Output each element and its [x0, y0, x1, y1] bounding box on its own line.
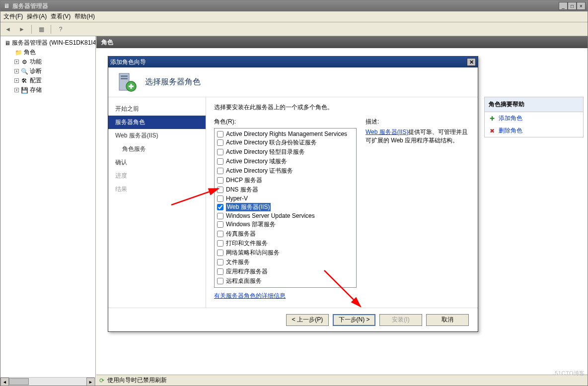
- remove-role-link[interactable]: ✖ 删除角色: [485, 125, 583, 137]
- role-item[interactable]: 传真服务器: [216, 229, 355, 239]
- properties-button[interactable]: ▦: [36, 24, 47, 35]
- help-button[interactable]: ?: [55, 24, 66, 35]
- tree-pane[interactable]: 🖥 服务器管理器 (WIN-ES1DK81I4Q 📁 角色 + ⚙ 功能 + 🔍…: [0, 36, 96, 386]
- role-checkbox[interactable]: [217, 149, 223, 155]
- role-checkbox[interactable]: [217, 213, 223, 219]
- role-label: Active Directory 域服务: [226, 157, 287, 166]
- role-item[interactable]: Active Directory 证书服务: [216, 166, 355, 176]
- roles-listbox[interactable]: Active Directory Rights Management Servi…: [214, 128, 357, 288]
- expand-icon[interactable]: +: [14, 60, 19, 64]
- role-item[interactable]: Active Directory 域服务: [216, 157, 355, 166]
- desc-link[interactable]: Web 服务器(IIS): [366, 129, 408, 135]
- tree-diagnostics-label: 诊断: [30, 67, 42, 75]
- role-checkbox[interactable]: [217, 187, 223, 193]
- close-button[interactable]: ×: [577, 2, 586, 10]
- role-item[interactable]: Active Directory 联合身份验证服务: [216, 138, 355, 147]
- role-checkbox[interactable]: [217, 278, 223, 284]
- role-checkbox[interactable]: [217, 139, 223, 146]
- role-item[interactable]: 远程桌面服务: [216, 276, 355, 286]
- status-text: 使用向导时已禁用刷新: [107, 376, 167, 385]
- expand-icon[interactable]: +: [14, 88, 19, 92]
- menu-help[interactable]: 帮助(H): [74, 12, 95, 21]
- expand-icon[interactable]: +: [14, 78, 19, 83]
- role-item[interactable]: DNS 服务器: [216, 185, 355, 194]
- storage-icon: 💾: [20, 86, 28, 94]
- nav-server-roles[interactable]: 服务器角色: [108, 116, 206, 129]
- wizard-close-button[interactable]: ✕: [467, 58, 476, 66]
- tree-features[interactable]: + ⚙ 功能: [0, 57, 95, 66]
- nav-result: 结果: [108, 183, 206, 196]
- role-checkbox[interactable]: [217, 250, 223, 256]
- tree-storage[interactable]: + 💾 存储: [0, 85, 95, 95]
- wizard-nav: 开始之前 服务器角色 Web 服务器(IIS) 角色服务 确认 进度 结果: [108, 97, 206, 308]
- wizard-title: 添加角色向导: [110, 58, 146, 66]
- menubar: 文件(F) 操作(A) 查看(V) 帮助(H): [0, 11, 588, 22]
- add-icon: ✚: [489, 115, 496, 122]
- back-button[interactable]: ◄: [2, 24, 13, 35]
- nav-before[interactable]: 开始之前: [108, 102, 206, 116]
- roles-label: 角色(R):: [214, 118, 357, 126]
- prev-button[interactable]: < 上一步(P): [286, 314, 329, 326]
- role-checkbox[interactable]: [217, 177, 223, 184]
- role-item[interactable]: Hyper-V: [216, 194, 355, 202]
- titlebar[interactable]: 🖥 服务器管理器 _ □ ×: [0, 0, 588, 11]
- panel-title: 角色摘要帮助: [485, 97, 583, 112]
- wizard-titlebar[interactable]: 添加角色向导 ✕: [108, 57, 478, 67]
- app-icon: 🖥: [2, 2, 10, 10]
- tree-config-label: 配置: [30, 76, 42, 85]
- add-role-link[interactable]: ✚ 添加角色: [485, 112, 583, 125]
- tree-root[interactable]: 🖥 服务器管理器 (WIN-ES1DK81I4Q: [0, 38, 95, 48]
- menu-view[interactable]: 查看(V): [51, 12, 71, 21]
- nav-role-services[interactable]: 角色服务: [108, 142, 206, 156]
- nav-confirm[interactable]: 确认: [108, 156, 206, 169]
- next-button[interactable]: 下一步(N) >: [333, 314, 375, 326]
- maximize-button[interactable]: □: [568, 2, 577, 10]
- role-checkbox[interactable]: [217, 259, 223, 265]
- role-checkbox[interactable]: [217, 168, 223, 174]
- statusbar: ⟳ 使用向导时已禁用刷新: [96, 375, 588, 386]
- role-item[interactable]: 网络策略和访问服务: [216, 248, 355, 257]
- role-item[interactable]: DHCP 服务器: [216, 176, 355, 185]
- menu-action[interactable]: 操作(A): [27, 12, 47, 21]
- forward-button[interactable]: ►: [16, 24, 27, 35]
- tree-diagnostics[interactable]: + 🔍 诊断: [0, 66, 95, 76]
- role-item[interactable]: 应用程序服务器: [216, 267, 355, 276]
- role-item[interactable]: 文件服务: [216, 257, 355, 267]
- role-checkbox[interactable]: [217, 231, 223, 237]
- role-item[interactable]: Active Directory Rights Management Servi…: [216, 130, 355, 138]
- role-checkbox[interactable]: [217, 268, 223, 275]
- role-checkbox[interactable]: [217, 195, 223, 202]
- scroll-thumb[interactable]: [9, 378, 29, 385]
- role-checkbox[interactable]: [217, 240, 223, 247]
- role-item[interactable]: Windows 部署服务: [216, 220, 355, 229]
- role-label: Hyper-V: [226, 195, 248, 202]
- wizard-body: 开始之前 服务器角色 Web 服务器(IIS) 角色服务 确认 进度 结果 选择…: [108, 97, 478, 308]
- nav-web-server-iis[interactable]: Web 服务器(IIS): [108, 129, 206, 142]
- watermark: 51CTO博客: [555, 370, 585, 377]
- role-checkbox[interactable]: [217, 221, 223, 228]
- role-item[interactable]: 打印和文件服务: [216, 239, 355, 248]
- role-item[interactable]: Windows Server Update Services: [216, 212, 355, 220]
- role-label: 应用程序服务器: [226, 267, 268, 276]
- role-label: Windows 部署服务: [226, 220, 276, 229]
- scroll-left-arrow[interactable]: ◄: [0, 378, 9, 386]
- role-item[interactable]: Web 服务器(IIS): [216, 202, 355, 212]
- horizontal-scrollbar[interactable]: ◄ ►: [0, 377, 95, 386]
- role-label: 网络策略和访问服务: [226, 249, 280, 257]
- role-checkbox[interactable]: [217, 158, 223, 165]
- role-label: Active Directory 联合身份验证服务: [226, 138, 317, 147]
- cancel-button[interactable]: 取消: [426, 314, 469, 326]
- role-checkbox[interactable]: [217, 204, 223, 210]
- role-label: Active Directory 证书服务: [226, 167, 293, 175]
- scroll-right-arrow[interactable]: ►: [86, 378, 95, 386]
- role-label: Web 服务器(IIS): [226, 203, 271, 211]
- role-item[interactable]: Active Directory 轻型目录服务: [216, 147, 355, 157]
- tree-roles[interactable]: 📁 角色: [0, 48, 95, 57]
- tree-config[interactable]: + 🛠 配置: [0, 76, 95, 85]
- more-info-link[interactable]: 有关服务器角色的详细信息: [214, 292, 357, 300]
- role-checkbox[interactable]: [217, 131, 223, 137]
- wizard-buttons: < 上一步(P) 下一步(N) > 安装(I) 取消: [108, 308, 478, 331]
- minimize-button[interactable]: _: [559, 2, 568, 10]
- menu-file[interactable]: 文件(F): [3, 12, 23, 21]
- expand-icon[interactable]: +: [14, 69, 19, 73]
